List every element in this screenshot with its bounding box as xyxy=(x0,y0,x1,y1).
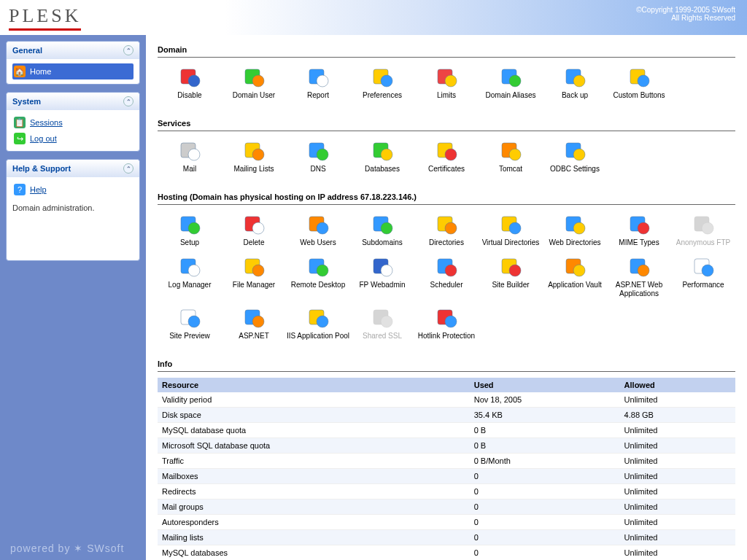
table-row: Mailing lists0Unlimited xyxy=(158,530,735,545)
aspnet-apps-icon xyxy=(627,254,651,278)
nav-label: Home xyxy=(30,67,51,76)
collapse-icon[interactable]: ⌃ xyxy=(123,163,133,174)
icon-label: Tomcat xyxy=(479,165,543,174)
panel-head[interactable]: General⌃ xyxy=(7,42,139,59)
setup-button[interactable]: Setup xyxy=(158,211,222,253)
app-vault-button[interactable]: Application Vault xyxy=(543,253,607,304)
nav-help[interactable]: ?Help xyxy=(12,182,133,198)
odbc-button[interactable]: ODBC Settings xyxy=(543,137,607,179)
domain-aliases-button[interactable]: Domain Aliases xyxy=(479,63,543,106)
mime-types-button[interactable]: MIME Types xyxy=(607,211,671,253)
mailing-lists-button[interactable]: Mailing Lists xyxy=(222,137,286,179)
aspnet-button[interactable]: ASP.NET xyxy=(222,304,286,346)
info-col-resource: Resource xyxy=(158,378,470,392)
svg-point-19 xyxy=(252,149,264,160)
subdomains-button[interactable]: Subdomains xyxy=(350,211,414,253)
nav-sessions[interactable]: 📋Sessions xyxy=(12,114,133,131)
cell-used: 0 B xyxy=(470,438,620,454)
delete-button[interactable]: Delete xyxy=(222,211,286,253)
mail-icon xyxy=(178,139,201,162)
hotlink-button[interactable]: Hotlink Protection xyxy=(414,304,479,346)
section-info-title: Info xyxy=(158,357,735,372)
panel-head[interactable]: Help & Support⌃ xyxy=(7,160,139,177)
performance-icon xyxy=(692,254,715,278)
mail-button[interactable]: Mail xyxy=(158,137,222,179)
svg-point-75 xyxy=(445,316,457,327)
virtual-dirs-button[interactable]: Virtual Directories xyxy=(479,211,543,253)
svg-point-21 xyxy=(317,149,328,160)
scheduler-icon xyxy=(435,254,458,278)
limits-button[interactable]: Limits xyxy=(414,63,479,106)
icon-label: Shared SSL xyxy=(350,332,414,341)
hotlink-icon xyxy=(435,306,458,329)
fp-webadmin-button[interactable]: FP Webadmin xyxy=(350,253,414,304)
sidebar-panel-general: General⌃🏠Home xyxy=(6,41,140,85)
web-dirs-button[interactable]: Web Directories xyxy=(543,211,607,253)
cell-allowed: Unlimited xyxy=(620,469,735,484)
icon-label: Directories xyxy=(414,238,479,247)
collapse-icon[interactable]: ⌃ xyxy=(123,96,133,106)
site-preview-button[interactable]: Site Preview xyxy=(158,304,222,346)
svg-point-67 xyxy=(188,316,200,327)
svg-point-59 xyxy=(509,265,521,276)
panel-head[interactable]: System⌃ xyxy=(7,93,139,110)
subdomains-icon xyxy=(371,212,394,236)
preferences-button[interactable]: Preferences xyxy=(350,63,414,106)
dns-button[interactable]: DNS xyxy=(286,137,350,179)
limits-icon xyxy=(435,65,458,88)
icon-label: Domain User xyxy=(222,91,286,100)
file-manager-button[interactable]: File Manager xyxy=(222,253,286,304)
iis-pool-button[interactable]: IIS Application Pool xyxy=(286,304,350,346)
svg-point-1 xyxy=(188,75,200,87)
web-users-button[interactable]: Web Users xyxy=(286,211,350,253)
svg-point-25 xyxy=(445,149,457,160)
icon-label: DNS xyxy=(286,165,350,174)
cell-resource: Redirects xyxy=(158,484,470,499)
nav-home[interactable]: 🏠Home xyxy=(12,63,133,79)
cell-resource: Validity period xyxy=(158,392,470,408)
svg-point-43 xyxy=(573,222,585,234)
custom-buttons-button[interactable]: Custom Buttons xyxy=(607,63,671,106)
tomcat-icon xyxy=(499,139,522,162)
info-table: ResourceUsedAllowed Validity periodNov 1… xyxy=(158,378,735,560)
databases-button[interactable]: Databases xyxy=(350,137,414,179)
iis-pool-icon xyxy=(306,306,330,329)
anon-ftp-icon xyxy=(692,212,715,236)
log-manager-button[interactable]: Log Manager xyxy=(158,253,222,304)
certificates-button[interactable]: Certificates xyxy=(414,137,479,179)
report-icon xyxy=(306,65,330,88)
table-row: Autoresponders0Unlimited xyxy=(158,515,735,530)
nav-label: Sessions xyxy=(30,118,63,127)
remote-desktop-button[interactable]: Remote Desktop xyxy=(286,253,350,304)
directories-button[interactable]: Directories xyxy=(414,211,479,253)
site-builder-button[interactable]: Site Builder xyxy=(479,253,543,304)
section-hosting-title: Hosting (Domain has physical hosting on … xyxy=(158,190,735,205)
backup-button[interactable]: Back up xyxy=(543,63,607,106)
cell-resource: Mail groups xyxy=(158,499,470,515)
scheduler-button[interactable]: Scheduler xyxy=(414,253,479,304)
table-row: Microsoft SQL database quota0 BUnlimited xyxy=(158,438,735,454)
icon-label: Web Directories xyxy=(543,238,607,247)
sidebar-panel-help-support: Help & Support⌃?HelpDomain administratio… xyxy=(6,159,140,261)
tomcat-button[interactable]: Tomcat xyxy=(479,137,543,179)
svg-point-37 xyxy=(381,222,392,234)
odbc-icon xyxy=(563,139,587,162)
table-row: Validity periodNov 18, 2005Unlimited xyxy=(158,392,735,408)
cell-allowed: Unlimited xyxy=(620,515,735,530)
performance-button[interactable]: Performance xyxy=(671,253,735,304)
report-button[interactable]: Report xyxy=(286,63,350,106)
icon-label: Virtual Directories xyxy=(479,238,543,247)
cell-allowed: Unlimited xyxy=(620,423,735,438)
cell-used: 0 B xyxy=(470,423,620,438)
svg-point-3 xyxy=(252,75,264,87)
disable-button[interactable]: Disable xyxy=(158,63,222,106)
domain-user-button[interactable]: Domain User xyxy=(222,63,286,106)
web-users-icon xyxy=(306,212,330,236)
svg-point-27 xyxy=(509,149,521,160)
collapse-icon[interactable]: ⌃ xyxy=(123,45,133,55)
sidebar: General⌃🏠HomeSystem⌃📋Sessions↪Log outHel… xyxy=(0,35,146,560)
aspnet-apps-button[interactable]: ASP.NET Web Applications xyxy=(607,253,671,304)
icon-label: Anonymous FTP xyxy=(671,238,735,247)
svg-point-61 xyxy=(573,265,585,276)
nav-logout[interactable]: ↪Log out xyxy=(12,131,133,147)
